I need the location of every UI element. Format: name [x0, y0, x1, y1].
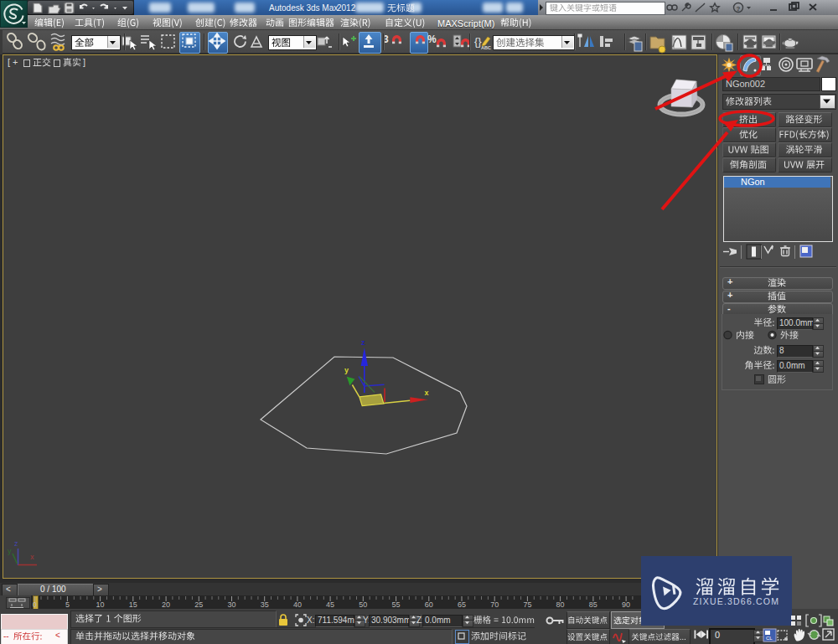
svg-text:z: z: [14, 539, 18, 548]
svg-text:y: y: [8, 547, 12, 555]
svg-text:x: x: [425, 389, 429, 397]
svg-text:?: ?: [737, 5, 741, 13]
svg-text:z: z: [361, 338, 365, 347]
svg-text:{}: {}: [474, 35, 482, 48]
svg-text:x: x: [30, 553, 34, 561]
svg-text:CL: CL: [766, 636, 773, 641]
svg-text:y: y: [344, 366, 349, 374]
